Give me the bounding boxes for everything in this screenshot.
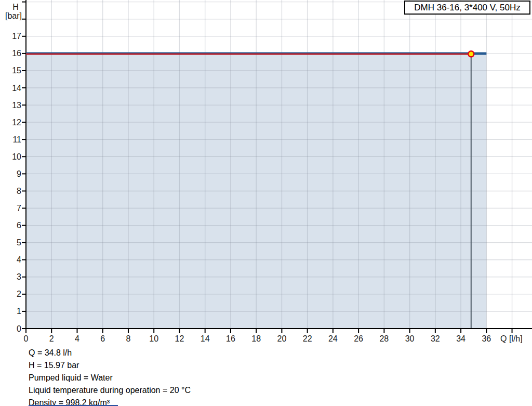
x-tick-label: 34 (456, 334, 466, 343)
y-tick-label: 5 (17, 238, 21, 247)
y-tick-label: 11 (12, 135, 21, 144)
x-tick-label: 22 (303, 334, 312, 343)
y-axis-title: H (12, 3, 19, 11)
x-tick-label: 28 (379, 334, 389, 343)
x-tick-label: 16 (226, 334, 235, 343)
y-tick-label: 1 (17, 307, 21, 316)
x-tick-label: 4 (75, 334, 79, 343)
x-tick-label: 20 (277, 334, 287, 343)
legend-label: DMH 36-16, 3*400 V, 50Hz (414, 3, 520, 13)
x-tick-label: 26 (354, 334, 363, 343)
y-tick-label: 2 (17, 290, 21, 298)
x-tick-label: 8 (126, 334, 131, 343)
x-tick-label: 24 (328, 334, 338, 343)
info-line-head: H = 15.97 bar (29, 359, 340, 372)
operating-data-block: Q = 34.8 l/h H = 15.97 bar Pumped liquid… (29, 347, 340, 406)
x-tick-label: 30 (405, 334, 415, 343)
x-tick-label: 18 (251, 334, 261, 343)
y-tick-label: 6 (17, 221, 21, 230)
y-tick-label: 8 (17, 187, 21, 195)
y-tick-label: 16 (12, 49, 21, 58)
x-tick-label: 0 (24, 334, 29, 343)
y-tick-label: 7 (17, 204, 21, 213)
y-tick-label: 13 (12, 101, 21, 110)
x-axis-title: Q [l/h] (500, 334, 523, 343)
x-tick-label: 36 (482, 334, 491, 343)
y-tick-label: 12 (12, 118, 21, 127)
info-line-liquid-temperature: Liquid temperature during operation = 20… (29, 384, 340, 397)
y-tick-label: 3 (17, 272, 21, 281)
pump-curve-page: 0123456789101112131415161702468101214161… (0, 0, 532, 406)
operating-point-marker[interactable] (468, 51, 474, 57)
legend-box: DMH 36-16, 3*400 V, 50Hz (404, 1, 530, 15)
x-tick-label: 2 (49, 334, 54, 343)
x-tick-label: 10 (149, 334, 158, 343)
x-tick-label: 6 (100, 334, 105, 343)
x-tick-label: 32 (431, 334, 440, 343)
info-line-pumped-liquid: Pumped liquid = Water (29, 372, 340, 384)
pump-curve-chart: 0123456789101112131415161702468101214161… (0, 0, 532, 344)
x-tick-label: 12 (175, 334, 184, 343)
y-axis-title-unit: [bar] (5, 11, 22, 20)
y-tick-label: 15 (12, 66, 21, 75)
info-line-flow: Q = 34.8 l/h (29, 347, 340, 359)
x-tick-label: 14 (201, 334, 210, 343)
y-tick-label: 14 (12, 84, 21, 93)
y-tick-label: 0 (17, 324, 21, 333)
y-tick-label: 4 (17, 255, 21, 264)
y-tick-label: 9 (17, 169, 21, 178)
y-tick-label: 10 (12, 152, 21, 161)
y-tick-label: 17 (12, 32, 21, 41)
